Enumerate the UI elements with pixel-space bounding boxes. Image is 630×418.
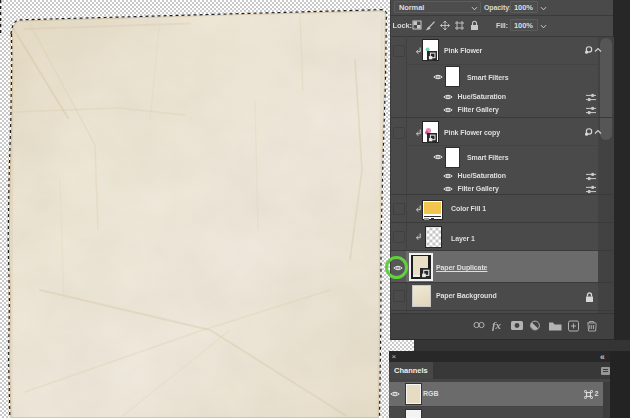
svg-text:fx: fx (492, 319, 502, 331)
